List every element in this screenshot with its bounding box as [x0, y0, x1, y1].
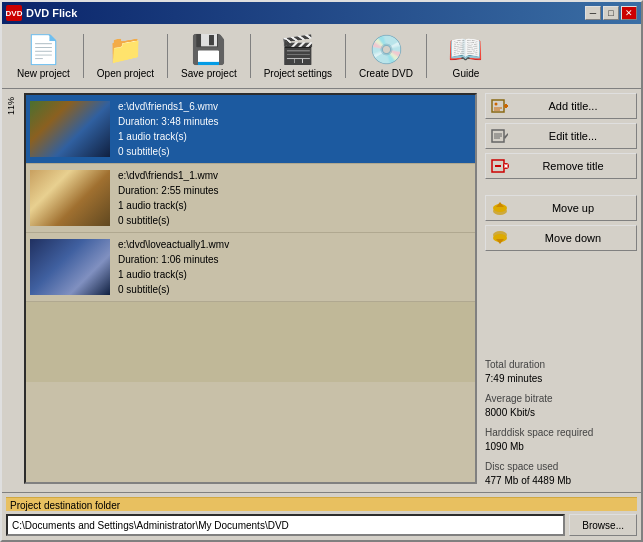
svg-point-3 [495, 103, 498, 106]
title-bar-buttons: ─ □ ✕ [585, 6, 637, 20]
add-title-label: Add title... [514, 100, 632, 112]
content-area: e:\dvd\friends1_6.wmv Duration: 3:48 min… [20, 89, 481, 492]
harddisk-label: Harddisk space required [485, 426, 637, 440]
project-settings-button[interactable]: 🎬 Project settings [255, 28, 341, 84]
move-up-label: Move up [514, 202, 632, 214]
harddisk-value: 1090 Mb [485, 440, 637, 454]
title-audio-2: 1 audio track(s) [118, 198, 219, 213]
remove-title-icon [490, 156, 510, 176]
guide-label: Guide [453, 68, 480, 79]
left-panel: 11% [2, 89, 20, 492]
create-dvd-button[interactable]: 💿 Create DVD [350, 28, 422, 84]
remove-title-label: Remove title [514, 160, 632, 172]
title-audio-1: 1 audio track(s) [118, 129, 219, 144]
open-project-label: Open project [97, 68, 154, 79]
title-filename-1: e:\dvd\friends1_6.wmv [118, 99, 219, 114]
toolbar-separator-3 [250, 34, 251, 78]
title-subtitles-3: 0 subtitle(s) [118, 282, 229, 297]
new-project-button[interactable]: 📄 New project [8, 28, 79, 84]
avg-bitrate-block: Average bitrate 8000 Kbit/s [485, 392, 637, 420]
create-dvd-icon: 💿 [370, 33, 402, 65]
title-filename-2: e:\dvd\friends1_1.wmv [118, 168, 219, 183]
title-thumb-2 [30, 170, 110, 226]
save-project-button[interactable]: 💾 Save project [172, 28, 246, 84]
title-subtitles-2: 0 subtitle(s) [118, 213, 219, 228]
move-down-button[interactable]: Move down [485, 225, 637, 251]
browse-button[interactable]: Browse... [569, 514, 637, 536]
title-info-1: e:\dvd\friends1_6.wmv Duration: 3:48 min… [118, 99, 219, 159]
app-icon: DVD [6, 5, 22, 21]
add-title-button[interactable]: Add title... [485, 93, 637, 119]
move-up-icon [490, 198, 510, 218]
titles-empty-area [26, 302, 475, 382]
destination-label: Project destination folder [10, 500, 120, 511]
titles-list[interactable]: e:\dvd\friends1_6.wmv Duration: 3:48 min… [24, 93, 477, 484]
destination-label-bar: Project destination folder [6, 497, 637, 511]
thumb-image-2 [30, 170, 110, 226]
title-item-3[interactable]: e:\dvd\loveactually1.wmv Duration: 1:06 … [26, 233, 475, 302]
title-bar: DVD DVD Flick ─ □ ✕ [2, 2, 641, 24]
save-project-icon: 💾 [193, 33, 225, 65]
avg-bitrate-value: 8000 Kbit/s [485, 406, 637, 420]
actions-spacer [485, 183, 637, 191]
toolbar: 📄 New project 📁 Open project 💾 Save proj… [2, 24, 641, 89]
disc-space-block: Disc space used 477 Mb of 4489 Mb [485, 460, 637, 488]
move-down-icon [490, 228, 510, 248]
title-thumb-1 [30, 101, 110, 157]
destination-row: Browse... [6, 514, 637, 536]
project-settings-label: Project settings [264, 68, 332, 79]
info-section: Total duration 7:49 minutes Average bitr… [485, 255, 637, 488]
open-project-button[interactable]: 📁 Open project [88, 28, 163, 84]
new-project-label: New project [17, 68, 70, 79]
save-project-label: Save project [181, 68, 237, 79]
close-button[interactable]: ✕ [621, 6, 637, 20]
create-dvd-label: Create DVD [359, 68, 413, 79]
title-audio-3: 1 audio track(s) [118, 267, 229, 282]
main-area: 11% e:\dvd\friends1_6.wmv Duration: 3:48… [2, 89, 641, 492]
move-down-label: Move down [514, 232, 632, 244]
title-duration-2: Duration: 2:55 minutes [118, 183, 219, 198]
destination-input[interactable] [6, 514, 565, 536]
toolbar-separator-2 [167, 34, 168, 78]
edit-title-button[interactable]: Edit title... [485, 123, 637, 149]
title-subtitles-1: 0 subtitle(s) [118, 144, 219, 159]
toolbar-separator-4 [345, 34, 346, 78]
minimize-button[interactable]: ─ [585, 6, 601, 20]
guide-icon: 📖 [450, 33, 482, 65]
add-title-icon [490, 96, 510, 116]
open-project-icon: 📁 [109, 33, 141, 65]
disc-space-label: Disc space used [485, 460, 637, 474]
toolbar-separator-1 [83, 34, 84, 78]
project-settings-icon: 🎬 [282, 33, 314, 65]
title-bar-left: DVD DVD Flick [6, 5, 77, 21]
title-item-1[interactable]: e:\dvd\friends1_6.wmv Duration: 3:48 min… [26, 95, 475, 164]
avg-bitrate-label: Average bitrate [485, 392, 637, 406]
title-info-3: e:\dvd\loveactually1.wmv Duration: 1:06 … [118, 237, 229, 297]
title-item-2[interactable]: e:\dvd\friends1_1.wmv Duration: 2:55 min… [26, 164, 475, 233]
title-duration-3: Duration: 1:06 minutes [118, 252, 229, 267]
edit-title-label: Edit title... [514, 130, 632, 142]
toolbar-separator-5 [426, 34, 427, 78]
title-filename-3: e:\dvd\loveactually1.wmv [118, 237, 229, 252]
window-title: DVD Flick [26, 7, 77, 19]
total-duration-label: Total duration [485, 358, 637, 372]
title-thumb-3 [30, 239, 110, 295]
title-info-2: e:\dvd\friends1_1.wmv Duration: 2:55 min… [118, 168, 219, 228]
guide-button[interactable]: 📖 Guide [431, 28, 501, 84]
right-panel: Add title... Edit title... [481, 89, 641, 492]
zoom-label: 11% [6, 97, 16, 115]
remove-title-button[interactable]: Remove title [485, 153, 637, 179]
harddisk-block: Harddisk space required 1090 Mb [485, 426, 637, 454]
maximize-button[interactable]: □ [603, 6, 619, 20]
new-project-icon: 📄 [27, 33, 59, 65]
edit-title-icon [490, 126, 510, 146]
total-duration-block: Total duration 7:49 minutes [485, 358, 637, 386]
total-duration-value: 7:49 minutes [485, 372, 637, 386]
move-up-button[interactable]: Move up [485, 195, 637, 221]
thumb-image-3 [30, 239, 110, 295]
bottom-bar: Project destination folder Browse... [2, 492, 641, 540]
disc-space-value: 477 Mb of 4489 Mb [485, 474, 637, 488]
main-window: DVD DVD Flick ─ □ ✕ 📄 New project 📁 Open… [0, 0, 643, 542]
thumb-image-1 [30, 101, 110, 157]
title-duration-1: Duration: 3:48 minutes [118, 114, 219, 129]
